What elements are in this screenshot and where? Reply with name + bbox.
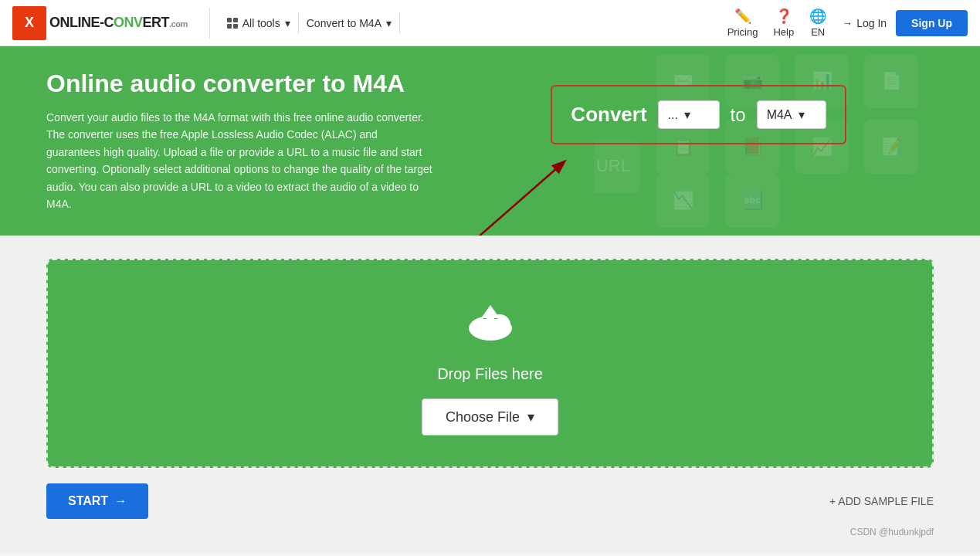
page-title: Online audio converter to M4A: [46, 70, 432, 98]
to-format-select[interactable]: M4A: [757, 100, 826, 129]
header-nav: ✏️ Pricing ❓ Help 🌐 EN: [727, 8, 827, 38]
drop-zone[interactable]: Drop Files here Choose File: [46, 259, 934, 468]
language-label: EN: [811, 26, 825, 38]
chevron-down-icon-2: [386, 17, 392, 29]
banner-description: Convert your audio files to the M4A form…: [46, 109, 432, 212]
grid-icon: [227, 18, 238, 29]
convert-label: Convert: [571, 103, 646, 127]
choose-file-label: Choose File: [446, 409, 520, 425]
attribution-text: CSDN @hudunkjpdf: [850, 527, 934, 537]
pricing-label: Pricing: [727, 26, 758, 38]
converter-widget: Convert ... to M4A: [463, 70, 934, 144]
start-button[interactable]: START: [46, 483, 148, 519]
choose-file-button[interactable]: Choose File: [422, 398, 558, 436]
footer-attribution: CSDN @hudunkjpdf: [46, 527, 934, 537]
green-banner: ✉️ 📷 📊 📄 📋 📕 📈 📝 URL 📉 🔤 Online audio co…: [0, 46, 980, 236]
logo-area: X ONLINE-CONVERT.com: [12, 6, 188, 40]
start-label: START: [68, 494, 108, 508]
pricing-nav-item[interactable]: ✏️ Pricing: [727, 8, 758, 38]
to-label: to: [731, 104, 746, 126]
convert-to-label: Convert to M4A: [307, 17, 381, 29]
signup-button[interactable]: Sign Up: [896, 10, 968, 36]
from-format-select[interactable]: ...: [658, 100, 720, 129]
language-nav-item[interactable]: 🌐 EN: [809, 8, 826, 38]
to-format-value: M4A: [767, 108, 792, 122]
add-sample-button[interactable]: + ADD SAMPLE FILE: [829, 495, 934, 507]
drop-files-text: Drop Files here: [63, 365, 917, 383]
signup-label: Sign Up: [911, 17, 952, 29]
logo-text: ONLINE-CONVERT.com: [49, 15, 188, 31]
logo-icon: X: [12, 6, 46, 40]
header-divider: [209, 8, 210, 39]
header: X ONLINE-CONVERT.com All tools Convert t…: [0, 0, 980, 46]
choose-file-chevron: [527, 409, 534, 425]
upload-cloud-icon: [459, 291, 521, 353]
converter-box: Convert ... to M4A: [551, 85, 846, 144]
login-button[interactable]: → Log In: [842, 17, 887, 29]
login-label: Log In: [856, 17, 887, 29]
cloud-upload-svg: [459, 291, 521, 353]
banner-text: Online audio converter to M4A Convert yo…: [46, 70, 432, 212]
globe-icon: 🌐: [809, 8, 826, 25]
to-format-chevron: [799, 107, 805, 122]
help-icon: ❓: [775, 8, 792, 25]
from-format-chevron: [684, 107, 690, 122]
all-tools-label: All tools: [242, 17, 280, 29]
all-tools-button[interactable]: All tools: [219, 12, 298, 34]
svg-marker-6: [481, 305, 500, 318]
svg-point-3: [470, 319, 489, 337]
chevron-down-icon: [285, 17, 290, 29]
banner-content: Online audio converter to M4A Convert yo…: [46, 70, 934, 212]
help-label: Help: [773, 26, 794, 38]
login-arrow-icon: →: [842, 17, 853, 29]
svg-rect-7: [487, 317, 494, 331]
help-nav-item[interactable]: ❓ Help: [773, 8, 794, 38]
from-format-value: ...: [668, 108, 678, 122]
start-arrow-icon: [114, 494, 127, 508]
convert-to-button[interactable]: Convert to M4A: [298, 12, 400, 34]
bottom-bar: START + ADD SAMPLE FILE: [46, 483, 934, 519]
pricing-icon: ✏️: [734, 8, 751, 25]
add-sample-label: + ADD SAMPLE FILE: [829, 495, 934, 507]
main-section: Drop Files here Choose File START + ADD …: [0, 236, 980, 553]
